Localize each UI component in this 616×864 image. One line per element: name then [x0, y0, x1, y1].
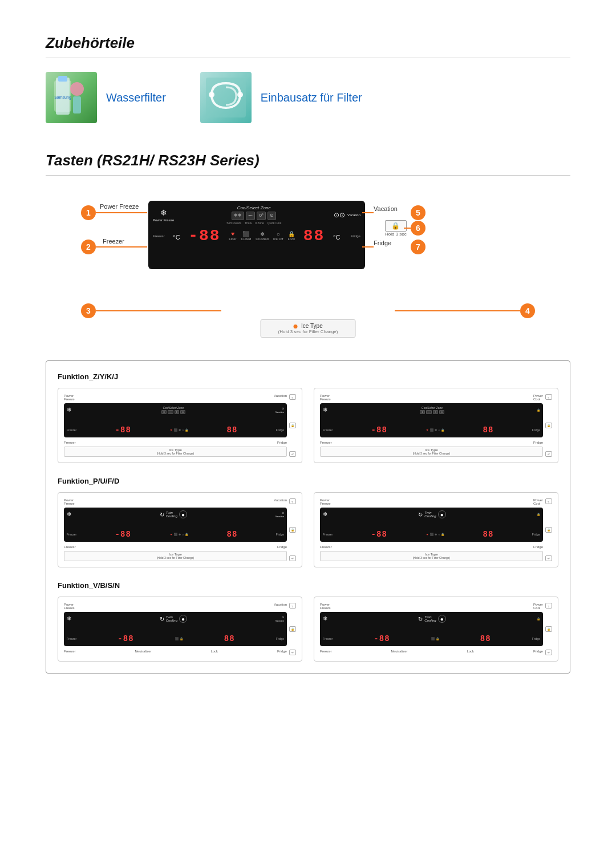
mini-icons-1: 🔻⬛❄○🔒 [169, 428, 188, 432]
mini-top-2: ❄ CoolSelect Zone ❄ 〜 0 ⊙ [323, 406, 540, 414]
mini-display-area-vbsn-1: PowerFreeze Vacation ❄ ↻ TwinCooling [64, 603, 287, 655]
mini-panel-pufd-1: PowerFreeze Vacation ❄ ↻ TwinCooling [58, 492, 302, 567]
mini-side-top-vbsn-2: ┐ [545, 603, 552, 609]
mini-icons-pufd-2: 🔻⬛❄○🔒 [425, 533, 444, 536]
mini-power-freeze-lbl-vbsn-2: PowerFreeze [320, 603, 331, 610]
quick-cool-btn[interactable]: ⊙ [268, 212, 276, 220]
mini-temp-right-pufd-2: 88 [483, 530, 494, 539]
mini-side-lock-pufd-2: 🔒 [545, 527, 552, 533]
mini-freezer-lbl-vbsn-2: Freezer [320, 650, 332, 653]
lock-box[interactable]: 🔒 [385, 220, 407, 232]
mini-power-cool-lbl-vbsn-2: PowerCool [533, 603, 543, 610]
mini-side-top-pufd-2: ┐ [545, 498, 552, 504]
mini-vacation-lbl-vbsn-1: Vacation [274, 603, 287, 610]
function-vbsn-panels: PowerFreeze Vacation ❄ ↻ TwinCooling [58, 597, 558, 662]
mini-panel-zykj-2: PowerFreeze PowerCool ❄ CoolSelect Zone [314, 388, 558, 463]
mini-side-lock-vbsn-2: 🔒 [545, 626, 552, 632]
mini-power-freeze-lbl-pufd-1: PowerFreeze [64, 498, 75, 505]
mini-top-vbsn-2: ❄ ↻ TwinCooling ● 🔒 [323, 615, 540, 623]
function-group-vbsn: Funktion_V/B/S/N PowerFreeze Vacation [58, 581, 558, 662]
mini-ice-box-pufd-1: Ice Type(Hold 3 sec for Filter Change) [64, 551, 287, 561]
zero-zone-btn[interactable]: 0° [257, 212, 266, 220]
mini-freezer-lbl-left-pufd-2: Freezer [323, 533, 333, 536]
function-group-zykj: Funktion_Z/Y/K/J PowerFreeze Vacation [58, 372, 558, 463]
soft-freeze-btn[interactable]: ❄❄ [232, 212, 244, 220]
mini-vacation-lbl-1: Vacation [274, 394, 287, 401]
ice-type-box[interactable]: Ice Type (Hold 3 sec for Filter Change) [261, 319, 356, 338]
callout-3: 3 [81, 303, 96, 318]
function-pufd-panels: PowerFreeze Vacation ❄ ↻ TwinCooling [58, 492, 558, 567]
mini-fridge-lbl-right-pufd-1: Fridge [276, 533, 284, 536]
mini-side-pufd-2: ┐ 🔒 ↵ [545, 498, 552, 561]
vacation-top-label: Vacation [347, 213, 360, 217]
mini-freezer-lbl-pufd-1: Freezer [64, 545, 76, 549]
temp-right: 88 [303, 227, 325, 245]
mini-side-top-2: ┐ [545, 394, 552, 400]
tasten-title: Tasten (RS21H/ RS23H Series) [46, 152, 570, 169]
coolselect-title: CoolSelect Zone [177, 205, 330, 210]
ice-type-sublabel: (Hold 3 sec for Filter Change) [278, 329, 338, 334]
mini-pf-icon-1: ❄ [67, 407, 71, 413]
wasserfilter-svg: Samsung [51, 75, 91, 120]
power-freeze-icon: ❄ [160, 208, 167, 217]
function-vbsn-title: Funktion_V/B/S/N [58, 581, 558, 590]
hold-3sec-label: Hold 3 sec [385, 232, 407, 237]
mini-sub-labels-1: Freezer Fridge [64, 441, 287, 444]
mini-vacation-lbl-pufd-1: Vacation [274, 498, 287, 505]
mini-coolzone-1: CoolSelect Zone ❄ 〜 0 ⊙ [71, 406, 275, 414]
mini-display-vbsn-1: ❄ ↻ TwinCooling ● ⊙Vacation Freez [64, 612, 287, 646]
mini-panel-inner-vbsn-2: PowerFreeze PowerCool ❄ ↻ TwinCooling [320, 603, 552, 655]
iceoff-icon: ○ [273, 231, 283, 237]
mini-fridge-lbl-2: Fridge [533, 441, 543, 444]
accessory-einbausatz: Einbausatz für Filter [200, 72, 362, 123]
mini-pf-2: ❄ [323, 407, 327, 413]
mini-bottom-pufd-2: Freezer -88 🔻⬛❄○🔒 88 Fridge [323, 530, 540, 539]
mini-pc-icon-vbsn-2: 🔒 [537, 617, 540, 620]
callout-7: 7 [411, 240, 425, 254]
mini-freezer-lbl-left-pufd-1: Freezer [67, 533, 76, 536]
mini-bottom-vbsn-1: Freezer -88 ⬛🔒 88 Fridge [67, 634, 284, 643]
twin-refresh-icon-2: ↻ [418, 512, 423, 518]
mini-pf-icon-vbsn-1: ❄ [67, 615, 71, 622]
mini-top-pufd-2: ❄ ↻ TwinCooling ● 🔒 [323, 510, 540, 518]
thaw-btn[interactable]: 〜 [246, 212, 255, 220]
mini-panel-inner-pufd-1: PowerFreeze Vacation ❄ ↻ TwinCooling [64, 498, 296, 561]
mini-temp-right-vbsn-2: 88 [480, 634, 491, 643]
coolselect-sublabels: Soft Freeze Thaw 0 Zone Quick Cool [177, 221, 330, 225]
mini-top-vbsn-1: ❄ ↻ TwinCooling ● ⊙Vacation [67, 615, 284, 623]
callout-6: 6 [411, 221, 425, 236]
vacation-label-right: Vacation [374, 205, 398, 212]
filter-icon: 🔻 [229, 231, 236, 237]
power-freeze-btn[interactable]: ❄ Power Freeze [153, 208, 174, 222]
mini-pc-icon-pufd-2: 🔒 [537, 513, 540, 516]
mini-bottom-1: Freezer -88 🔻⬛❄○🔒 88 Fridge [67, 425, 284, 435]
mini-vac-1: ⊙Vacation [275, 407, 284, 413]
mini-sub-labels-2: Freezer Fridge [320, 441, 543, 444]
cubed-icon: ⬛ [241, 231, 252, 237]
mini-labels-row-pufd-1: PowerFreeze Vacation [64, 498, 287, 505]
main-display-panel: ❄ Power Freeze CoolSelect Zone ❄❄ 〜 0° ⊙… [148, 201, 365, 269]
mini-display-1: ❄ CoolSelect Zone ❄ 〜 0 ⊙ [64, 403, 287, 437]
line-3 [96, 310, 221, 311]
mini-icons-vbsn-1: ⬛🔒 [175, 637, 183, 640]
tasten-divider [46, 175, 570, 176]
mini-side-top-vbsn-1: ┐ [289, 603, 296, 609]
temp-unit-left: °C [173, 234, 180, 241]
einbausatz-svg [203, 75, 249, 120]
svg-point-4 [70, 82, 84, 96]
crushed-icon-label: ❄ Crushed [256, 231, 269, 241]
mini-fridge-lbl-1: Fridge [277, 441, 287, 444]
mini-fridge-lbl-pufd-2: Fridge [533, 545, 543, 549]
mini-neutralizer-lbl-vbsn-2: Neutralizer [391, 650, 408, 653]
accessories-row: Samsung Wasserfilter Einbausatz [46, 72, 570, 123]
mini-sub-labels-pufd-1: Freezer Fridge [64, 545, 287, 549]
mini-panel-vbsn-2: PowerFreeze PowerCool ❄ ↻ TwinCooling [314, 597, 558, 662]
mini-labels-row-pufd-2: PowerFreeze PowerCool [320, 498, 543, 505]
mini-pf-icon-pufd-2: ❄ [323, 511, 327, 517]
mini-side-vbsn-2: ┐ 🔒 ↵ [545, 603, 552, 655]
mini-panel-inner-2: PowerFreeze PowerCool ❄ CoolSelect Zone [320, 394, 552, 457]
filter-icon-label: 🔻 Filter [229, 231, 236, 241]
mini-temp-vbsn-2: -88 [374, 634, 390, 643]
mini-lock-lbl-vbsn-1: Lock [210, 650, 218, 653]
tasten-section: Tasten (RS21H/ RS23H Series) 1 Power Fre… [46, 152, 570, 343]
